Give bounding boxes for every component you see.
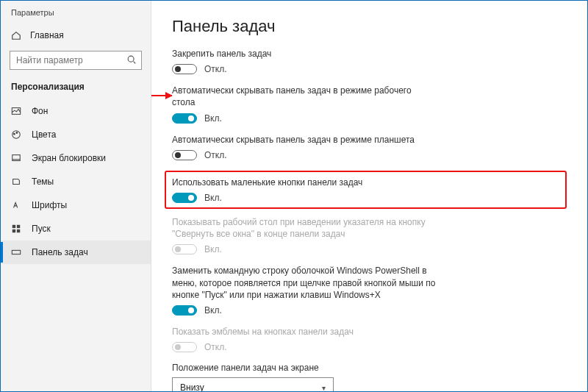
sidebar-item-label: Экран блокировки (32, 153, 106, 163)
sidebar-item-taskbar[interactable]: Панель задач (1, 240, 151, 264)
annotation-arrow (151, 95, 172, 96)
chevron-down-icon: ▾ (322, 384, 326, 391)
toggle-peek-desktop (172, 244, 197, 254)
svg-point-0 (128, 56, 134, 62)
theme-icon (11, 177, 21, 187)
toggle-state: Откл. (204, 342, 227, 352)
svg-rect-5 (12, 155, 21, 161)
toggle-lock-taskbar[interactable] (172, 64, 197, 74)
svg-rect-6 (12, 225, 15, 228)
setting-badges: Показать эмблемы на кнопках панели задач… (172, 326, 567, 352)
select-value: Внизу (180, 382, 204, 391)
setting-peek-desktop: Показывать рабочий стол при наведении ук… (172, 216, 567, 254)
sidebar-item-label: Панель задач (32, 247, 88, 257)
setting-small-buttons-highlighted: Использовать маленькие кнопки панели зад… (165, 171, 567, 209)
sidebar-item-fonts[interactable]: Шрифты (1, 193, 151, 217)
taskbar-icon (11, 247, 21, 257)
content-pane: Панель задач Закрепить панель задач Откл… (151, 1, 587, 391)
toggle-state: Вкл. (204, 193, 222, 203)
setting-powershell: Заменить командную строку оболочкой Wind… (172, 265, 567, 316)
setting-autohide-desktop: Автоматически скрывать панель задач в ре… (172, 85, 567, 123)
select-label: Положение панели задач на экране (172, 363, 567, 373)
lockscreen-icon (11, 153, 21, 163)
sidebar-item-label: Пуск (32, 224, 51, 234)
toggle-state: Вкл. (204, 113, 222, 124)
setting-label: Автоматически скрывать панель задач в ре… (172, 85, 437, 108)
palette-icon (11, 129, 21, 140)
font-icon (11, 200, 21, 210)
home-label: Главная (30, 30, 64, 40)
svg-rect-7 (17, 225, 20, 228)
search-icon (126, 54, 137, 67)
toggle-state: Откл. (204, 150, 227, 160)
section-header: Персонализация (1, 79, 151, 99)
toggle-small-buttons[interactable] (172, 193, 197, 203)
toggle-powershell[interactable] (172, 305, 197, 316)
sidebar-item-start[interactable]: Пуск (1, 217, 151, 240)
toggle-state: Вкл. (204, 244, 222, 254)
search-input[interactable] (16, 55, 126, 65)
svg-point-4 (16, 132, 18, 134)
picture-icon (11, 106, 21, 116)
svg-rect-9 (17, 229, 20, 232)
sidebar-item-label: Шрифты (32, 200, 67, 210)
setting-label: Использовать маленькие кнопки панели зад… (172, 177, 437, 188)
setting-autohide-tablet: Автоматически скрывать панель задач в ре… (172, 134, 567, 160)
search-box[interactable] (10, 51, 142, 70)
setting-label: Закрепить панель задач (172, 48, 437, 60)
setting-position: Положение панели задач на экране Внизу ▾ (172, 363, 567, 391)
sidebar: Параметры Главная Персонализация Фон Цве… (1, 1, 151, 391)
setting-label: Автоматически скрывать панель задач в ре… (172, 134, 437, 146)
setting-lock-taskbar: Закрепить панель задач Откл. (172, 48, 567, 74)
toggle-autohide-desktop[interactable] (172, 113, 197, 124)
svg-rect-8 (12, 229, 15, 232)
window-title: Параметры (1, 8, 151, 24)
sidebar-item-lockscreen[interactable]: Экран блокировки (1, 146, 151, 170)
toggle-badges (172, 342, 197, 352)
sidebar-item-colors[interactable]: Цвета (1, 123, 151, 146)
setting-label: Показать эмблемы на кнопках панели задач (172, 326, 437, 338)
toggle-autohide-tablet[interactable] (172, 150, 197, 160)
svg-rect-10 (12, 250, 20, 254)
sidebar-item-themes[interactable]: Темы (1, 170, 151, 193)
sidebar-item-label: Цвета (32, 129, 56, 140)
select-position[interactable]: Внизу ▾ (172, 377, 334, 391)
start-icon (11, 224, 21, 234)
sidebar-item-background[interactable]: Фон (1, 99, 151, 123)
sidebar-item-label: Темы (32, 177, 54, 187)
toggle-state: Откл. (204, 64, 227, 74)
toggle-state: Вкл. (204, 305, 222, 316)
home-nav[interactable]: Главная (1, 24, 151, 46)
sidebar-item-label: Фон (32, 106, 48, 116)
page-title: Панель задач (172, 17, 567, 36)
setting-label: Показывать рабочий стол при наведении ук… (172, 216, 437, 240)
home-icon (11, 30, 21, 40)
svg-point-3 (14, 133, 15, 135)
setting-label: Заменить командную строку оболочкой Wind… (172, 265, 437, 301)
